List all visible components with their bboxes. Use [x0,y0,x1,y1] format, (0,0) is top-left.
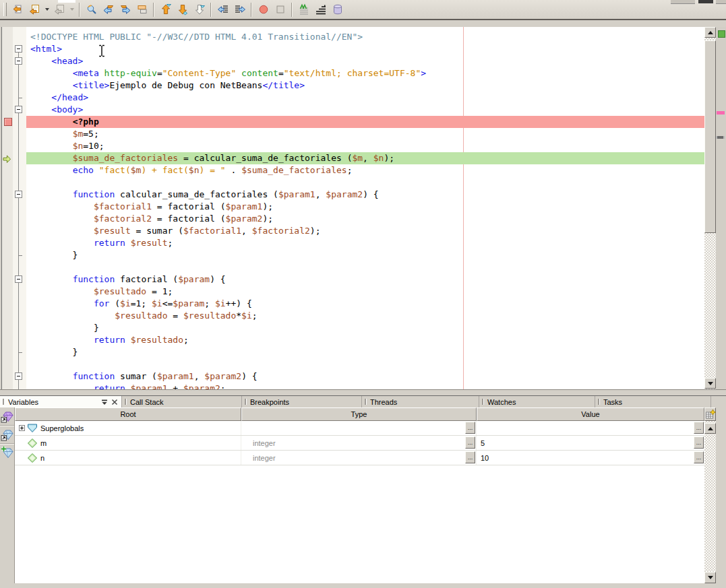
memory-meter-button[interactable] [312,1,329,18]
name-cell[interactable]: Superglobals [15,421,241,435]
code-line-22[interactable]: $resultado = 1; [26,286,704,298]
code-line-6[interactable]: </head> [26,92,704,104]
code-line-10[interactable]: $n=10; [26,140,704,152]
code-line-18[interactable]: return $result; [26,237,704,249]
type-cell[interactable]: integer... [241,451,477,465]
code-line-15[interactable]: $factorial1 = factorial ($param1); [26,201,704,213]
breakpoint-marker[interactable] [4,118,12,126]
code-line-23[interactable]: for ($i=1; $i<=$param; $i++) { [26,298,704,310]
edit-cell-button[interactable]: ... [465,422,475,434]
tab-variables[interactable]: Variables [0,396,122,407]
scroll-up-button[interactable] [704,27,716,38]
code-editor[interactable]: <!DOCTYPE HTML PUBLIC "-//W3C//DTD HTML … [1,27,726,389]
run-to-cursor-button[interactable] [191,1,208,18]
code-area[interactable]: <!DOCTYPE HTML PUBLIC "-//W3C//DTD HTML … [26,27,704,389]
step-out-button[interactable] [157,1,174,18]
value-cell[interactable]: 5... [477,436,704,450]
column-header-type[interactable]: Type [241,407,477,421]
tab-breakpoints[interactable]: Breakpoints [242,396,362,407]
variable-row-n[interactable]: n integer... 10... [15,451,704,465]
edit-cell-button[interactable]: ... [465,436,475,449]
tab-threads[interactable]: Threads [362,396,479,407]
finish-debugger-session-button[interactable] [9,1,26,18]
tab-watches[interactable]: Watches [479,396,595,407]
code-line-4[interactable]: <meta http-equiv="Content-Type" content=… [26,67,704,79]
detach-view-button[interactable] [133,1,150,18]
code-line-16[interactable]: $factorial2 = factorial ($param2); [26,213,704,225]
code-line-7[interactable]: <body> [26,104,704,116]
breakpoint-gutter[interactable] [2,27,13,389]
code-line-11[interactable]: $suma_de_factoriales = calcular_suma_de_… [26,152,704,164]
pause-button[interactable] [26,1,43,18]
step-back-button[interactable] [100,1,117,18]
code-line-2[interactable]: <html> [26,43,704,55]
code-line-30[interactable]: return $param1 + $param2; [26,383,704,389]
code-line-19[interactable]: } [26,249,704,261]
panel-scroll-up-button[interactable] [704,423,716,434]
next-edit-button[interactable] [231,1,248,18]
tab-tasks[interactable]: Tasks [595,396,711,407]
scroll-down-button[interactable] [704,378,716,389]
toggle-highlight-button[interactable] [295,1,312,18]
type-cell[interactable]: ... [241,421,477,435]
inspect-button[interactable] [83,1,100,18]
code-line-5[interactable]: <title>Ejemplo de Debug con NetBeans</ti… [26,79,704,92]
value-cell[interactable]: ... [477,421,704,435]
edit-cell-button[interactable]: ... [694,451,704,463]
fold-toggle-line-29[interactable] [15,372,22,380]
type-cell[interactable]: integer... [241,436,477,450]
error-stripe[interactable] [716,27,726,389]
code-line-14[interactable]: function calcular_suma_de_factoriales ($… [26,189,704,201]
tab-call-stack[interactable]: Call Stack [122,396,242,407]
panel-scroll-down-button[interactable] [704,572,716,583]
stripe-breakpoint-mark[interactable] [717,111,725,115]
step-into-button[interactable] [174,1,191,18]
customize-columns-button[interactable] [704,407,716,421]
column-header-root[interactable]: Root [15,407,241,421]
edit-cell-button[interactable]: ... [694,422,704,434]
code-line-21[interactable]: function factorial ($param) { [26,273,704,286]
editor-vertical-scrollbar[interactable] [704,27,716,389]
fold-toggle-line-2[interactable] [15,45,22,53]
minimize-window-icon[interactable] [100,398,109,406]
code-line-27[interactable]: } [26,346,704,358]
code-line-13[interactable] [26,176,704,189]
fold-toggle-line-7[interactable] [15,106,22,113]
code-line-1[interactable]: <!DOCTYPE HTML PUBLIC "-//W3C//DTD HTML … [26,31,704,43]
editor-panel-splitter[interactable] [0,389,726,395]
toolbar-grip[interactable] [3,3,7,16]
code-line-9[interactable]: $m=5; [26,128,704,140]
code-line-8[interactable]: <?php [26,116,704,128]
variable-row-m[interactable]: m integer... 5... [15,436,704,451]
name-cell[interactable]: n [15,451,241,465]
previous-edit-button[interactable] [214,1,231,18]
pause-dropdown[interactable] [43,1,51,18]
step-forward-button[interactable] [117,1,133,18]
edit-cell-button[interactable]: ... [694,436,704,449]
new-watch-diamond-button[interactable] [0,444,14,461]
fold-toggle-line-3[interactable] [15,57,22,65]
start-macro-recording-button[interactable] [255,1,272,18]
code-line-29[interactable]: function sumar ($param1, $param2) { [26,370,704,383]
stripe-current-line-mark[interactable] [716,136,725,139]
edit-cell-button[interactable]: ... [465,451,475,463]
name-cell[interactable]: m [15,436,241,450]
code-line-24[interactable]: $resultado = $resultado*$i; [26,310,704,322]
close-icon[interactable] [111,398,119,406]
local-variables-diamond-button[interactable] [0,426,14,444]
code-line-17[interactable]: $result = sumar ($factorial1, $factorial… [26,225,704,237]
code-line-3[interactable]: <head> [26,55,704,67]
superglobals-diamond-button[interactable] [0,407,14,426]
fold-gutter[interactable] [13,27,26,389]
code-line-12[interactable]: echo "fact($m) + fact($n) = " . $suma_de… [26,164,704,176]
code-line-20[interactable] [26,261,704,273]
fold-toggle-line-21[interactable] [15,275,22,283]
database-button[interactable] [329,1,346,18]
scrollbar-thumb[interactable] [704,40,716,233]
code-line-26[interactable]: return $resultado; [26,334,704,346]
code-line-25[interactable]: } [26,322,704,334]
variable-row-superglobals[interactable]: Superglobals ... ... [15,421,704,436]
code-line-28[interactable] [26,358,704,370]
expand-icon[interactable] [19,425,25,431]
panel-vertical-scrollbar[interactable] [704,407,716,583]
